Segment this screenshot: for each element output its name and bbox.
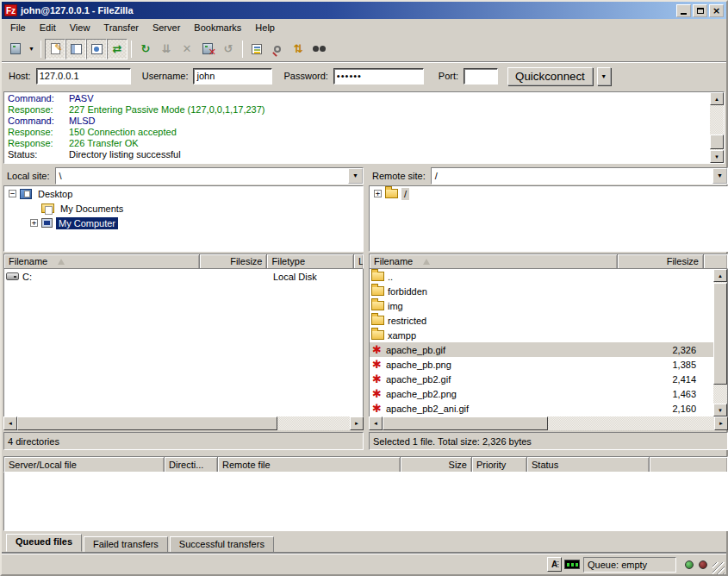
tree-item-desktop[interactable]: − Desktop [4, 186, 363, 201]
log-label: Command: [5, 93, 69, 104]
site-manager-button[interactable] [5, 39, 26, 59]
menu-item-server[interactable]: Server [146, 20, 187, 35]
file-row[interactable]: ✱apache_pb2.gif2,414 [370, 372, 727, 386]
scroll-down-button[interactable]: ▼ [713, 404, 727, 416]
username-input[interactable] [193, 68, 272, 85]
scroll-up-button[interactable]: ▲ [710, 92, 724, 105]
remote-site-bar: Remote site: / ▼ [369, 166, 728, 185]
toolbar-separator [131, 41, 132, 58]
tab-successful-transfers[interactable]: Successful transfers [170, 536, 274, 552]
scrollbar-thumb[interactable] [17, 416, 277, 430]
tab-queued-files[interactable]: Queued files [6, 534, 82, 552]
column-header-priority[interactable]: Priority [472, 457, 527, 472]
scrollbar-thumb[interactable] [383, 416, 548, 430]
local-site-combobox[interactable]: \ ▼ [55, 167, 364, 185]
scroll-right-button[interactable]: ► [350, 416, 364, 430]
scrollbar-thumb[interactable] [710, 135, 724, 149]
directory-row[interactable]: xampp [370, 328, 727, 342]
cancel-button[interactable]: ✕ [177, 39, 197, 59]
menu-item-bookmarks[interactable]: Bookmarks [187, 20, 248, 35]
local-hscrollbar[interactable]: ◄ ► [3, 416, 364, 430]
scrollbar-thumb[interactable] [713, 283, 727, 385]
file-row-selected[interactable]: ✱apache_pb.gif2,326 [370, 342, 727, 357]
maximize-button[interactable] [693, 4, 707, 17]
column-header-filename[interactable]: Filename [370, 254, 618, 268]
scroll-right-button[interactable]: ► [714, 416, 728, 430]
tab-failed-transfers[interactable]: Failed transfers [84, 536, 168, 552]
directory-row[interactable]: restricted [370, 313, 727, 328]
transfer-queue-list[interactable] [3, 473, 728, 531]
quickconnect-dropdown[interactable]: ▼ [597, 67, 611, 85]
tree-item-my-computer[interactable]: + My Computer [4, 216, 363, 230]
synchronized-browsing-button[interactable]: ⇅ [288, 39, 308, 59]
menu-item-help[interactable]: Help [248, 20, 282, 35]
menu-item-transfer[interactable]: Transfer [96, 20, 146, 35]
menu-item-edit[interactable]: Edit [33, 20, 63, 35]
directory-row[interactable]: img [370, 298, 727, 313]
close-button[interactable]: × [709, 4, 724, 17]
remote-hscrollbar[interactable]: ◄ ► [369, 416, 728, 430]
toggle-local-tree-button[interactable] [65, 39, 86, 59]
file-row[interactable]: C: Local Disk [4, 269, 363, 284]
remote-list-scrollbar[interactable]: ▲ ▼ [713, 269, 727, 416]
scroll-left-button[interactable]: ◄ [369, 416, 383, 430]
disconnect-x-icon: ✕ [208, 47, 216, 58]
scroll-left-button[interactable]: ◄ [3, 416, 17, 430]
column-header-size[interactable]: Size [401, 457, 472, 472]
toggle-transfer-queue-button[interactable]: ⇄ [107, 39, 128, 59]
column-header-direction[interactable]: Directi... [165, 457, 218, 472]
log-scrollbar[interactable]: ▲ ▼ [710, 92, 724, 163]
password-label: Password: [283, 71, 327, 81]
expand-icon[interactable]: + [374, 190, 382, 197]
directory-row[interactable]: .. [370, 269, 727, 284]
menu-item-view[interactable]: View [63, 20, 97, 35]
chevron-down-icon[interactable]: ▼ [712, 168, 727, 184]
menu-item-file[interactable]: File [3, 20, 33, 35]
column-header-filename[interactable]: Filename [4, 254, 200, 268]
directory-row[interactable]: forbidden [370, 284, 727, 298]
toggle-remote-tree-button[interactable] [86, 39, 107, 59]
file-row[interactable]: ✱apache_pb2_ani.gif2,160 [370, 401, 727, 416]
column-header-status[interactable]: Status [527, 457, 650, 472]
refresh-button[interactable]: ↻ [135, 39, 156, 59]
column-header-filler [650, 457, 727, 472]
host-input[interactable] [36, 68, 131, 85]
file-row[interactable]: ✱apache_pb.png1,385 [370, 357, 727, 372]
directory-listing-filters-button[interactable] [246, 39, 267, 59]
file-row[interactable]: ✱apache_pb2.png1,463 [370, 386, 727, 401]
find-files-button[interactable] [308, 39, 329, 59]
password-input[interactable] [333, 68, 424, 85]
tree-item-root[interactable]: + / [370, 186, 727, 201]
column-header-filesize[interactable]: Filesize [200, 254, 268, 268]
quickconnect-button[interactable]: Quickconnect [507, 67, 593, 85]
close-icon: × [712, 6, 720, 16]
collapse-icon[interactable]: − [9, 190, 16, 197]
column-header-last-modified[interactable]: L [354, 254, 363, 268]
scroll-down-button[interactable]: ▼ [710, 150, 724, 163]
column-header-filetype[interactable]: Filetype [267, 254, 354, 268]
file-name: forbidden [388, 286, 427, 297]
scroll-up-button[interactable]: ▲ [713, 269, 727, 282]
directory-comparison-button[interactable] [267, 39, 288, 59]
disconnect-button[interactable]: ✕ [197, 39, 218, 59]
site-manager-dropdown[interactable]: ▼ [26, 39, 37, 59]
remote-site-combobox[interactable]: / ▼ [431, 167, 728, 185]
local-list-header: Filename Filesize Filetype L [3, 254, 364, 269]
chevron-down-icon[interactable]: ▼ [348, 168, 363, 184]
file-name: apache_pb.png [386, 360, 451, 370]
toggle-message-log-button[interactable] [45, 39, 65, 59]
expand-icon[interactable]: + [30, 219, 38, 227]
resize-grip-icon[interactable] [712, 562, 725, 574]
column-header-remote-file[interactable]: Remote file [218, 457, 401, 472]
sync-browsing-icon: ⇅ [294, 42, 303, 55]
folder-icon [385, 189, 398, 198]
column-header-filesize[interactable]: Filesize [618, 254, 704, 268]
tree-item-my-documents[interactable]: My Documents [4, 201, 363, 216]
log-text: 227 Entering Passive Mode (127,0,0,1,17,… [69, 104, 264, 116]
column-header-server-local-file[interactable]: Server/Local file [4, 457, 165, 472]
reconnect-button[interactable]: ↺ [218, 39, 239, 59]
queue-status-text: Queue: empty [588, 560, 647, 570]
minimize-button[interactable] [676, 4, 691, 17]
port-input[interactable] [464, 68, 498, 85]
process-queue-button[interactable]: ⇊ [156, 39, 177, 59]
